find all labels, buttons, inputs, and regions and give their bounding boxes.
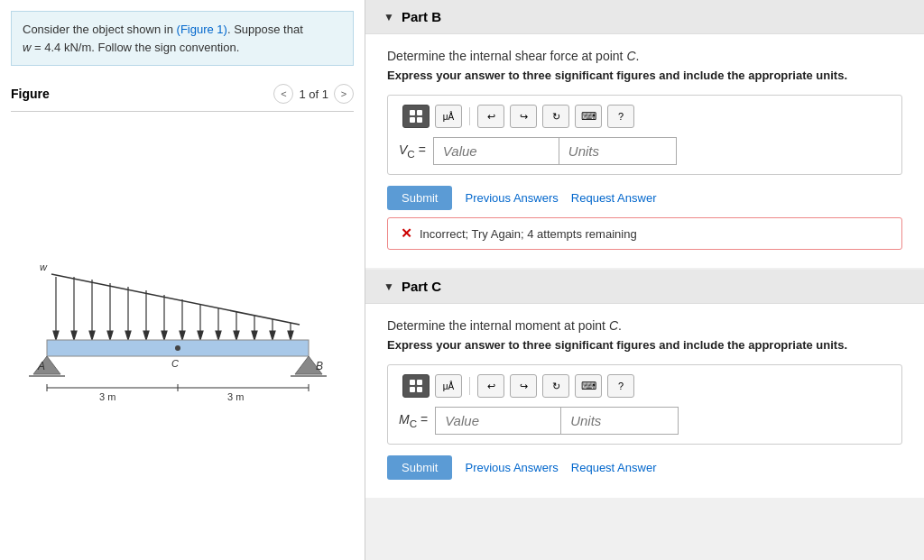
svg-marker-26	[270, 331, 275, 340]
error-icon-b: ✕	[401, 225, 412, 242]
problem-statement: Consider the object shown in (Figure 1).…	[11, 11, 354, 66]
part-c-section: ▼ Part C Determine the internal moment a…	[365, 270, 924, 498]
part-c-prev-answers-link[interactable]: Previous Answers	[465, 461, 558, 474]
part-b-header: ▼ Part B	[365, 0, 924, 34]
figure-title: Figure	[11, 87, 50, 101]
svg-rect-52	[410, 387, 415, 392]
mu-button-c[interactable]: μÅ	[435, 374, 462, 398]
part-b-input-row: VC =	[399, 137, 891, 165]
part-c-toggle[interactable]: ▼	[383, 280, 394, 293]
help-button-c[interactable]: ?	[607, 374, 634, 398]
part-b-action-row: Submit Previous Answers Request Answer	[387, 186, 902, 210]
part-c-request-answer-link[interactable]: Request Answer	[571, 461, 657, 474]
svg-marker-2	[53, 331, 59, 340]
separator-2	[469, 377, 470, 395]
part-b-toggle[interactable]: ▼	[383, 11, 394, 23]
part-c-instruction: Express your answer to three significant…	[387, 338, 902, 352]
mu-button-b[interactable]: μÅ	[435, 105, 462, 128]
part-c-units-input[interactable]	[561, 407, 679, 435]
redo-button-c[interactable]: ↪	[510, 374, 537, 398]
part-b-question: Determine the internal shear force at po…	[387, 49, 902, 63]
beam-svg: w	[29, 254, 336, 417]
svg-text:w: w	[40, 262, 48, 272]
svg-rect-47	[417, 110, 422, 115]
part-b-request-answer-link[interactable]: Request Answer	[571, 191, 657, 205]
part-c-header: ▼ Part C	[365, 270, 924, 304]
figure-header: Figure < 1 of 1 >	[11, 77, 354, 112]
separator-1	[469, 107, 470, 125]
next-figure-button[interactable]: >	[334, 84, 354, 104]
part-c-title: Part C	[402, 279, 441, 294]
problem-text-4: . Follow the sign convention.	[91, 41, 239, 54]
part-c-answer-box: μÅ ↩ ↪ ↻ ⌨ ? MC =	[387, 364, 902, 445]
part-c-var-label: MC =	[399, 412, 428, 429]
redo-button-b[interactable]: ↪	[510, 105, 537, 128]
svg-rect-53	[417, 387, 422, 392]
left-panel: Consider the object shown in (Figure 1).…	[0, 0, 365, 560]
svg-marker-28	[288, 331, 293, 340]
svg-point-35	[175, 345, 180, 351]
part-c-submit-button[interactable]: Submit	[387, 455, 452, 480]
undo-button-c[interactable]: ↩	[477, 374, 504, 398]
svg-text:3 m: 3 m	[99, 391, 116, 402]
svg-rect-51	[417, 380, 422, 385]
part-c-toolbar: μÅ ↩ ↪ ↻ ⌨ ?	[399, 374, 891, 398]
figure-diagram: w	[11, 121, 354, 549]
svg-marker-8	[107, 331, 113, 340]
keyboard-button-b[interactable]: ⌨	[575, 105, 602, 128]
svg-line-29	[51, 274, 300, 325]
svg-marker-10	[125, 331, 131, 340]
undo-button-b[interactable]: ↩	[477, 105, 504, 128]
refresh-button-b[interactable]: ↻	[542, 105, 569, 128]
part-b-toolbar: μÅ ↩ ↪ ↻ ⌨ ?	[399, 105, 891, 128]
svg-marker-16	[180, 331, 185, 340]
part-b-prev-answers-link[interactable]: Previous Answers	[465, 191, 558, 205]
svg-rect-50	[410, 380, 415, 385]
figure-link[interactable]: (Figure 1)	[177, 23, 227, 36]
part-c-action-row: Submit Previous Answers Request Answer	[387, 455, 902, 480]
part-b-section: ▼ Part B Determine the internal shear fo…	[365, 0, 924, 268]
part-b-error-box: ✕ Incorrect; Try Again; 4 attempts remai…	[387, 217, 902, 250]
part-c-content: Determine the internal moment at point C…	[365, 304, 924, 498]
problem-text-1: Consider the object shown in	[23, 23, 177, 36]
svg-marker-22	[234, 331, 239, 340]
part-b-value-input[interactable]	[433, 137, 559, 165]
part-b-submit-button[interactable]: Submit	[387, 186, 452, 210]
svg-marker-4	[71, 331, 77, 340]
part-b-units-input[interactable]	[559, 137, 677, 165]
figure-nav: < 1 of 1 >	[273, 84, 354, 104]
svg-rect-46	[410, 110, 415, 115]
part-b-error-text: Incorrect; Try Again; 4 attempts remaini…	[420, 227, 637, 241]
svg-text:C: C	[171, 358, 179, 369]
svg-marker-20	[216, 331, 221, 340]
matrix-button-b[interactable]	[402, 105, 430, 128]
svg-rect-49	[417, 117, 422, 123]
help-button-b[interactable]: ?	[607, 105, 634, 128]
svg-text:3 m: 3 m	[227, 391, 244, 402]
svg-marker-12	[143, 331, 149, 340]
matrix-button-c[interactable]	[402, 374, 430, 398]
svg-text:B: B	[316, 360, 323, 372]
prev-figure-button[interactable]: <	[273, 84, 293, 104]
keyboard-button-c[interactable]: ⌨	[575, 374, 602, 398]
svg-marker-14	[162, 331, 167, 340]
svg-marker-24	[252, 331, 257, 340]
problem-text-2: . Suppose that	[227, 23, 303, 36]
refresh-button-c[interactable]: ↻	[542, 374, 569, 398]
part-b-answer-box: μÅ ↩ ↪ ↻ ⌨ ? VC =	[387, 95, 902, 175]
part-b-instruction: Express your answer to three significant…	[387, 69, 902, 82]
problem-w-value: w = 4.4 kN/m	[23, 41, 91, 54]
part-b-content: Determine the internal shear force at po…	[365, 34, 924, 268]
figure-section: Figure < 1 of 1 > w	[0, 77, 365, 560]
part-c-value-input[interactable]	[435, 407, 561, 435]
svg-rect-48	[410, 117, 415, 123]
svg-marker-18	[198, 331, 203, 340]
svg-marker-6	[89, 331, 95, 340]
part-b-var-label: VC =	[399, 142, 426, 160]
part-b-title: Part B	[402, 9, 441, 24]
part-c-input-row: MC =	[399, 407, 891, 435]
figure-page-indicator: 1 of 1	[299, 87, 328, 101]
right-panel: ▼ Part B Determine the internal shear fo…	[365, 0, 924, 560]
svg-text:A: A	[37, 360, 45, 372]
part-c-question: Determine the internal moment at point C…	[387, 318, 902, 333]
